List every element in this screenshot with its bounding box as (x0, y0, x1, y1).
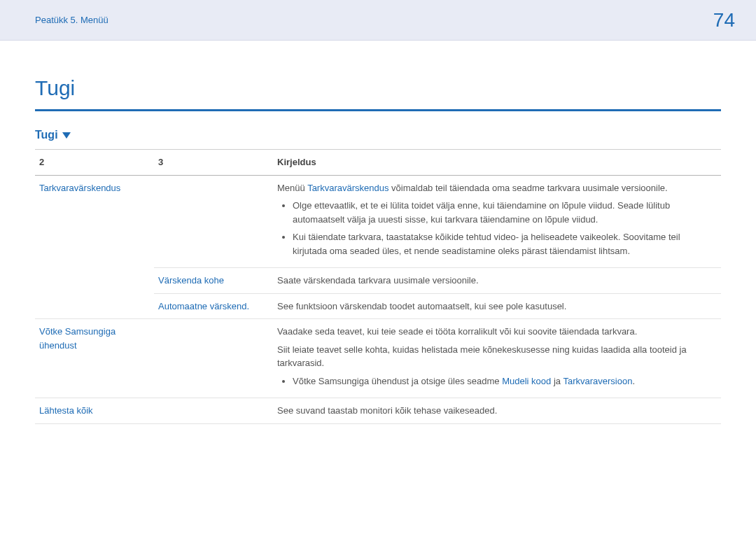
bullet-item: Võtke Samsungiga ühendust ja otsige üles… (293, 374, 717, 388)
cell-level2: Tarkvaravärskendus (35, 175, 154, 268)
table-row: Värskenda kohe Saate värskendada tarkvar… (35, 268, 721, 294)
keyword-sw-version: Tarkvaraversioon (563, 376, 632, 386)
desc-text-pre: Menüü (277, 183, 307, 193)
column-header-2: 2 (35, 150, 154, 176)
page-content: Tugi Tugi 2 3 Kirjeldus Tarkvaravärskend… (0, 41, 756, 424)
bullet-list: Olge ettevaatlik, et te ei lülita toidet… (277, 199, 717, 258)
cell-desc: See suvand taastab monitori kõik tehase … (273, 398, 721, 424)
page-number: 74 (713, 6, 735, 35)
cell-level2: Võtke Samsungiga ühendust (35, 319, 154, 398)
bullet-list: Võtke Samsungiga ühendust ja otsige üles… (277, 374, 717, 388)
column-header-desc: Kirjeldus (273, 150, 721, 176)
cell-desc: Menüü Tarkvaravärskendus võimaldab teil … (273, 175, 721, 268)
keyword-model-code: Mudeli kood (502, 376, 551, 386)
desc-keyword: Tarkvaravärskendus (307, 183, 388, 193)
section-label: Tugi (35, 127, 58, 143)
table-row: Tarkvaravärskendus Menüü Tarkvaravärsken… (35, 175, 721, 268)
desc-line2: Siit leiate teavet selle kohta, kuidas h… (277, 343, 717, 370)
bullet-item: Olge ettevaatlik, et te ei lülita toidet… (293, 199, 717, 226)
settings-table: 2 3 Kirjeldus Tarkvaravärskendus Menüü T… (35, 149, 721, 424)
cell-desc: Vaadake seda teavet, kui teie seade ei t… (273, 319, 721, 398)
cell-level3 (154, 319, 273, 398)
chevron-down-icon (62, 132, 71, 139)
bullet-pre: Võtke Samsungiga ühendust ja otsige üles… (293, 376, 502, 386)
cell-level3 (154, 175, 273, 268)
cell-level2 (35, 268, 154, 294)
column-header-3: 3 (154, 150, 273, 176)
page-header: Peatükk 5. Menüü 74 (0, 0, 756, 41)
cell-level3: Automaatne värskend. (154, 293, 273, 319)
table-row: Lähtesta kõik See suvand taastab monitor… (35, 398, 721, 424)
cell-desc: Saate värskendada tarkvara uusimale vers… (273, 268, 721, 294)
table-row: Võtke Samsungiga ühendust Vaadake seda t… (35, 319, 721, 398)
cell-level2 (35, 293, 154, 319)
desc-line1: Vaadake seda teavet, kui teie seade ei t… (277, 325, 717, 339)
cell-level3 (154, 398, 273, 424)
table-row: Automaatne värskend. See funktsioon värs… (35, 293, 721, 319)
breadcrumb[interactable]: Peatükk 5. Menüü (35, 13, 108, 27)
cell-level2: Lähtesta kõik (35, 398, 154, 424)
cell-level3: Värskenda kohe (154, 268, 273, 294)
bullet-post: . (632, 376, 635, 386)
bullet-item: Kui täiendate tarkvara, taastatakse kõik… (293, 230, 717, 258)
bullet-mid: ja (551, 376, 563, 386)
page-title: Tugi (35, 72, 721, 111)
desc-text-post: võimaldab teil täiendada oma seadme tark… (388, 183, 667, 193)
cell-desc: See funktsioon värskendab toodet automaa… (273, 293, 721, 319)
section-header[interactable]: Tugi (35, 127, 721, 149)
